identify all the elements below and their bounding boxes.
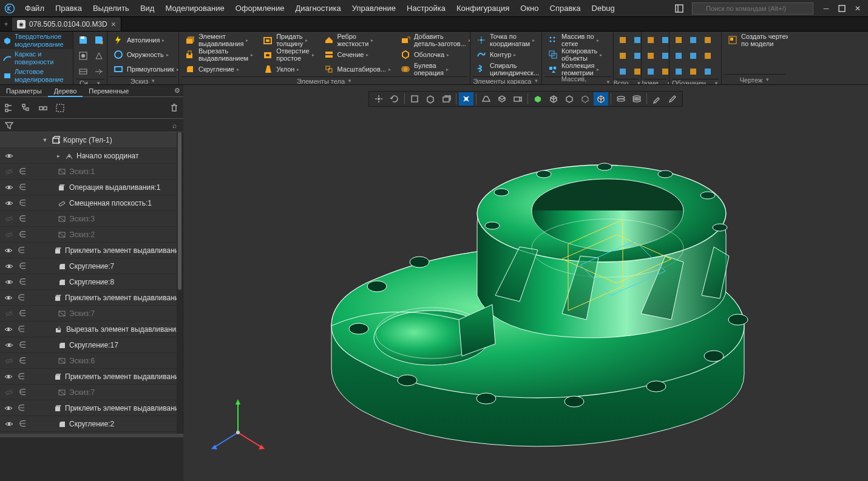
- ribbon-drawing[interactable]: Создать чертежпо модели▸: [724, 33, 785, 47]
- tree-scrollbar[interactable]: [177, 132, 183, 481]
- ribbon-copy[interactable]: Копироватьобъекты▸: [544, 47, 611, 62]
- vt-eyedrop-icon[interactable]: [665, 92, 680, 106]
- ribbon-mini-6-1[interactable]: [659, 33, 669, 47]
- side-tab-1[interactable]: Каркас и поверхности: [0, 49, 73, 67]
- ribbon-rib[interactable]: Реброжесткости▸: [320, 33, 393, 47]
- menu-диагностика[interactable]: Диагностика: [290, 4, 346, 13]
- vt-nav-icon[interactable]: [371, 92, 386, 106]
- menu-окно[interactable]: Окно: [515, 4, 544, 13]
- visibility-toggle-icon[interactable]: [2, 372, 15, 382]
- tree-row[interactable]: ∈Скругление:17: [0, 337, 183, 353]
- tree-mode-3-icon[interactable]: [38, 103, 49, 113]
- tree-row[interactable]: ∈Операция выдавливания:1: [0, 180, 183, 195]
- tree-row[interactable]: ∈Эскиз:6: [0, 353, 183, 369]
- ribbon-mini-7-8[interactable]: [701, 64, 714, 79]
- close-button[interactable]: ✕: [850, 1, 866, 16]
- visibility-toggle-icon[interactable]: [2, 340, 16, 350]
- ribbon-circle[interactable]: Окружность▸: [110, 47, 176, 62]
- visibility-toggle-icon[interactable]: [2, 325, 15, 334]
- menu-оформление[interactable]: Оформление: [230, 4, 290, 13]
- ribbon-mini-6-0[interactable]: [644, 33, 657, 47]
- vt-layer2-icon[interactable]: [629, 92, 644, 106]
- tree-row[interactable]: ∈Эскиз:2: [0, 227, 183, 243]
- ribbon-point[interactable]: Точка покоординатам▸: [473, 33, 539, 47]
- menu-моделирование[interactable]: Моделирование: [160, 4, 229, 13]
- ribbon-mini-7-5[interactable]: [701, 49, 714, 63]
- tree-row[interactable]: ∈Скругление:8: [0, 274, 183, 290]
- ribbon-mini-5-2[interactable]: [616, 49, 629, 63]
- vt-view3-icon[interactable]: [439, 92, 453, 106]
- new-document-button[interactable]: +: [0, 18, 12, 31]
- visibility-toggle-icon[interactable]: [2, 214, 16, 224]
- ribbon-mini-6-3[interactable]: [659, 49, 669, 63]
- ribbon-cut[interactable]: Вырезатьвыдавливанием▸: [181, 47, 256, 62]
- vt-shade5-icon[interactable]: [594, 92, 608, 106]
- tree-row[interactable]: ∈Приклеить элемент выдавливания:2: [0, 290, 183, 306]
- tree-row[interactable]: ∈Эскиз:7: [0, 385, 183, 400]
- quick-btn-5[interactable]: [92, 64, 106, 79]
- ribbon-helix[interactable]: Спиральцилиндрическ...▸: [473, 62, 539, 76]
- ribbon-rect[interactable]: Прямоугольник▸: [110, 62, 176, 76]
- tree-row[interactable]: ∈Приклеить элемент выдавливания:4: [0, 400, 183, 416]
- tree-row[interactable]: ∈Приклеить элемент выдавливания:3: [0, 369, 183, 385]
- visibility-toggle-icon[interactable]: [2, 230, 16, 240]
- command-search-input[interactable]: [692, 2, 813, 15]
- ribbon-extrude[interactable]: Элементвыдавливания▸: [181, 33, 256, 47]
- tree-row[interactable]: ∈Вырезать элемент выдавливания:1: [0, 321, 183, 337]
- minimize-button[interactable]: ─: [818, 1, 834, 16]
- ribbon-section[interactable]: Сечение▸: [320, 47, 393, 62]
- ribbon-add[interactable]: Добавитьдеталь-заготов...▸: [397, 33, 470, 47]
- ribbon-fillet[interactable]: Скругление▸: [181, 62, 256, 76]
- visibility-toggle-icon[interactable]: [2, 293, 15, 303]
- tree-root[interactable]: ▼ Корпус (Тел-1): [0, 132, 183, 148]
- menu-файл[interactable]: Файл: [19, 4, 50, 13]
- ribbon-mini-5-3[interactable]: [631, 49, 641, 63]
- quick-btn-4[interactable]: [76, 64, 90, 79]
- menu-конфигурация[interactable]: Конфигурация: [451, 4, 515, 13]
- tree-row[interactable]: ∈Эскиз:1: [0, 164, 183, 180]
- panel-layout-icon[interactable]: [671, 1, 687, 16]
- tree-row[interactable]: ∈Скругление:2: [0, 416, 183, 432]
- ribbon-collection[interactable]: Коллекциягеометрии▸: [544, 62, 611, 76]
- menu-правка[interactable]: Правка: [50, 4, 87, 13]
- menu-debug[interactable]: Debug: [586, 4, 620, 13]
- tree-row[interactable]: ∈Смещенная плоскость:1: [0, 195, 183, 211]
- vt-shade4-icon[interactable]: [578, 92, 592, 106]
- document-tab[interactable]: ◉ 078.505.0.0104.00.M3D ×: [12, 18, 121, 31]
- tree-mode-4-icon[interactable]: [55, 103, 66, 113]
- ribbon-mini-5-5[interactable]: [631, 64, 641, 79]
- ribbon-hole[interactable]: Отверстиепростое▸: [259, 47, 316, 62]
- visibility-toggle-icon[interactable]: [2, 277, 16, 287]
- visibility-toggle-icon[interactable]: [2, 309, 16, 318]
- vt-shade3-icon[interactable]: [562, 92, 577, 106]
- quick-btn-0[interactable]: [76, 33, 90, 47]
- vt-view1-icon[interactable]: [407, 92, 422, 106]
- ribbon-mini-5-0[interactable]: [616, 33, 629, 47]
- ribbon-scale[interactable]: Масштабиров...▸: [320, 62, 393, 76]
- prop-tab-Параметры[interactable]: Параметры: [0, 85, 48, 97]
- vt-rotate-icon[interactable]: [387, 92, 402, 106]
- tree-row[interactable]: ∈Приклеить элемент выдавливания:1: [0, 243, 183, 258]
- ribbon-mini-7-1[interactable]: [687, 33, 700, 47]
- ribbon-shell[interactable]: Придатьтолщину▸: [259, 33, 316, 47]
- visibility-toggle-icon[interactable]: [2, 388, 16, 397]
- ribbon-bool[interactable]: Булеваоперация▸: [397, 62, 470, 76]
- ribbon-draft[interactable]: Уклон▸: [259, 62, 316, 76]
- ribbon-shell2[interactable]: Оболочка▸: [397, 47, 470, 62]
- visibility-toggle-icon[interactable]: [2, 183, 16, 192]
- ribbon-mini-6-4[interactable]: [644, 64, 657, 79]
- tree-row[interactable]: ∈Эскиз:7: [0, 306, 183, 321]
- tree-row[interactable]: ∈Эскиз:3: [0, 211, 183, 227]
- tree-row[interactable]: ▸Начало координат: [0, 148, 183, 164]
- ribbon-mini-7-0[interactable]: [672, 33, 685, 47]
- side-tab-2[interactable]: Листовое моделирование: [0, 67, 73, 84]
- menu-настройка[interactable]: Настройка: [401, 4, 451, 13]
- vt-persp-icon[interactable]: [479, 92, 493, 106]
- ribbon-array[interactable]: Массив посетке▸: [544, 33, 611, 47]
- chevron-down-icon[interactable]: ▼: [41, 137, 49, 143]
- filter-icon[interactable]: [4, 120, 15, 131]
- tree-row[interactable]: ∈Скругление:7: [0, 258, 183, 274]
- ribbon-mini-6-2[interactable]: [644, 49, 657, 63]
- settings-gear-icon[interactable]: ⚙: [171, 87, 183, 95]
- visibility-toggle-icon[interactable]: [2, 419, 16, 429]
